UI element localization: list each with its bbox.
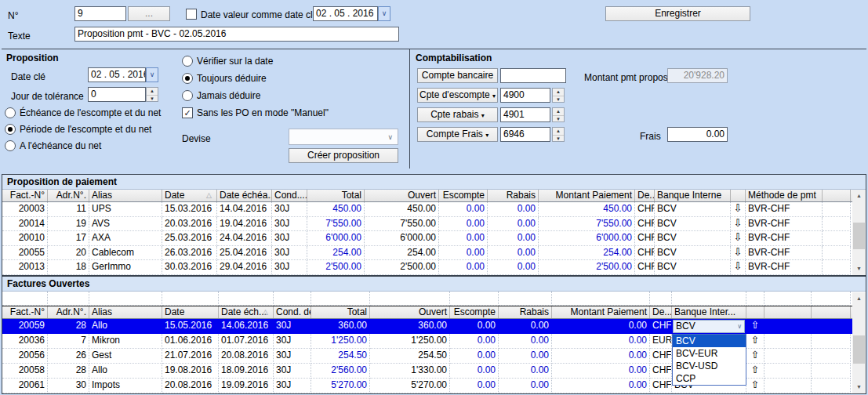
column-header-ouvert[interactable]: Ouvert <box>370 306 450 318</box>
column-header-rabais[interactable]: Rabais <box>499 306 552 318</box>
frais-input[interactable]: 0.00 <box>667 127 728 142</box>
column-header-banque[interactable]: Banque Interne <box>655 190 731 201</box>
column-header-montant[interactable]: Montant Paiement <box>539 190 635 201</box>
texte-input[interactable]: Proposition pmt - BVC - 02.05.2016 <box>74 27 399 42</box>
white-down-arrow-icon[interactable]: ⇩ <box>731 260 746 275</box>
white-up-arrow-icon[interactable]: ⇧ <box>746 349 764 364</box>
white-down-arrow-icon[interactable]: ⇩ <box>731 246 746 261</box>
column-header-adr[interactable]: Adr.N°. <box>48 306 89 318</box>
column-header-adr[interactable]: Adr.N°. <box>48 190 89 201</box>
column-header-arrow[interactable] <box>746 306 764 318</box>
cpte-escompte-button[interactable]: Cpte d'escompte ▾ <box>417 88 498 103</box>
scroll-down-icon[interactable]: ▼ <box>852 381 866 393</box>
column-header-total[interactable]: Total <box>307 190 365 201</box>
table-row[interactable]: 2001017AXA25.03.201624.04.201630J6'000.0… <box>2 231 866 246</box>
date-valeur-dropdown-button[interactable]: ∨ <box>378 6 390 21</box>
radio-echeance-escompte-net[interactable] <box>5 107 16 118</box>
scrollbar-thumb[interactable] <box>853 335 865 364</box>
date-cle-input[interactable]: 02 . 05 . 2016 <box>88 67 146 82</box>
cpte-rabais-spinner[interactable]: ▲▼ <box>552 107 565 122</box>
banque-option[interactable]: CCP <box>673 372 746 385</box>
radio-periode-escompte-net[interactable] <box>5 124 16 135</box>
spinner-up-icon[interactable]: ▲ <box>553 89 564 96</box>
column-header-devise[interactable]: De... <box>650 306 672 318</box>
column-header-banque[interactable]: Banque Inter... <box>672 306 746 318</box>
white-up-arrow-icon[interactable]: ⇧ <box>746 319 764 334</box>
tolerance-input[interactable]: 0 <box>88 87 146 102</box>
date-valeur-checkbox[interactable] <box>186 9 197 20</box>
white-down-arrow-icon[interactable]: ⇩ <box>731 202 746 217</box>
compte-bancaire-input[interactable] <box>500 68 566 83</box>
creer-proposition-button[interactable]: Créer proposition <box>289 148 398 163</box>
column-header-arrow[interactable] <box>731 190 746 201</box>
numero-input[interactable]: 9 <box>74 6 126 21</box>
compte-bancaire-button[interactable]: Compte bancaire <box>417 68 498 83</box>
spinner-up-icon[interactable]: ▲ <box>147 88 158 96</box>
radio-jamais-deduire[interactable] <box>182 90 193 101</box>
spinner-up-icon[interactable]: ▲ <box>553 128 564 136</box>
column-header-date[interactable]: Date <box>162 306 219 318</box>
column-header-fill[interactable] <box>823 190 851 201</box>
radio-echeance-net[interactable] <box>5 140 16 151</box>
column-header-cond[interactable]: Cond. de... <box>274 306 311 318</box>
radio-toujours-deduire[interactable] <box>182 73 193 84</box>
date-cle-dropdown-button[interactable]: ∨ <box>146 67 158 82</box>
white-up-arrow-icon[interactable]: ⇧ <box>746 379 764 393</box>
enregistrer-button[interactable]: Enregistrer <box>605 6 750 21</box>
column-header-date_ech[interactable]: Date échéa... <box>217 190 272 201</box>
cpte-escompte-spinner[interactable]: ▲▼ <box>552 88 565 103</box>
compte-frais-input[interactable]: 6946 <box>500 127 550 142</box>
table-row[interactable]: 2001419AVS20.03.201619.04.201630J7'550.0… <box>2 217 866 232</box>
scroll-down-icon[interactable]: ▼ <box>852 263 866 275</box>
column-header-fact[interactable]: Fact.-N° <box>2 306 48 318</box>
table1-scrollbar[interactable]: ▲ ▼ <box>852 190 866 275</box>
date-valeur-input[interactable]: 02 . 05 . 2016 <box>313 6 378 21</box>
compte-frais-spinner[interactable]: ▲▼ <box>552 127 565 142</box>
column-header-rabais[interactable]: Rabais <box>488 190 539 201</box>
column-header-alias[interactable]: Alias <box>89 190 162 201</box>
browse-button[interactable]: ... <box>128 6 170 21</box>
radio-verifier-date[interactable] <box>182 56 193 67</box>
scroll-up-icon[interactable]: ▲ <box>852 190 866 202</box>
column-header-devise[interactable]: De... <box>635 190 655 201</box>
spinner-down-icon[interactable]: ▼ <box>553 96 564 103</box>
column-header-ouvert[interactable]: Ouvert <box>365 190 439 201</box>
table-row[interactable]: 2005520Cablecom26.03.201625.04.201630J25… <box>2 246 866 261</box>
white-up-arrow-icon[interactable]: ⇧ <box>746 364 764 379</box>
cpte-escompte-input[interactable]: 4900 <box>500 88 550 103</box>
table-row[interactable]: 2000311UPS15.03.201614.04.201630J450.004… <box>2 202 866 217</box>
cpte-rabais-button[interactable]: Cpte rabais ▾ <box>417 107 498 122</box>
column-header-alias[interactable]: Alias <box>89 306 162 318</box>
banque-interne-combobox[interactable]: BCV∨ <box>673 320 745 333</box>
column-header-fill[interactable] <box>812 306 851 318</box>
scrollbar-thumb[interactable] <box>853 223 865 249</box>
table-row[interactable]: 2001318GerImmo30.03.201629.04.201630J2'5… <box>2 260 866 275</box>
column-header-escompte[interactable]: Escompte <box>439 190 488 201</box>
banque-option[interactable]: BCV-USD <box>673 360 746 372</box>
devise-select[interactable]: ∨ <box>289 129 398 145</box>
compte-frais-button[interactable]: Compte Frais ▾ <box>417 127 498 142</box>
sans-po-checkbox[interactable]: ✓ <box>182 107 193 118</box>
scroll-up-icon[interactable]: ▲ <box>852 292 866 305</box>
white-up-arrow-icon[interactable]: ⇧ <box>746 334 764 349</box>
white-down-arrow-icon[interactable]: ⇩ <box>731 231 746 246</box>
column-header-cond[interactable]: Cond.... <box>272 190 307 201</box>
spinner-down-icon[interactable]: ▼ <box>147 96 158 103</box>
column-header-empty[interactable] <box>764 306 812 318</box>
tolerance-spinner[interactable]: ▲▼ <box>146 87 158 102</box>
table-row[interactable]: 2005928Allo15.05.201614.06.201630J360.00… <box>2 319 866 334</box>
column-header-montant[interactable]: Montant Paiement <box>552 306 650 318</box>
table2-scrollbar[interactable]: ▲ ▼ <box>852 292 866 393</box>
banque-option[interactable]: BCV-EUR <box>673 347 746 360</box>
column-header-fact[interactable]: Fact.-N° <box>2 190 48 201</box>
column-header-date[interactable]: Date△ <box>162 190 217 201</box>
banque-option[interactable]: BCV <box>673 335 746 347</box>
cpte-rabais-input[interactable]: 4901 <box>500 107 550 122</box>
column-header-date_ech[interactable]: Date éch...△ <box>219 306 274 318</box>
white-down-arrow-icon[interactable]: ⇩ <box>731 217 746 232</box>
column-header-escompte[interactable]: Escompte <box>450 306 499 318</box>
spinner-down-icon[interactable]: ▼ <box>553 136 564 143</box>
spinner-up-icon[interactable]: ▲ <box>553 108 564 116</box>
spinner-down-icon[interactable]: ▼ <box>553 116 564 123</box>
column-header-methode[interactable]: Méthode de pmt <box>746 190 823 201</box>
